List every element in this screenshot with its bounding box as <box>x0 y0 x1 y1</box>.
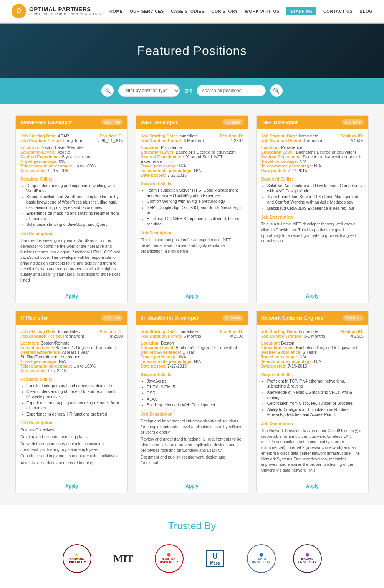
travel-label: Travel percentage: <box>141 354 178 359</box>
skills-list: Proficient in TCP/IP v4 ethernet network… <box>261 379 364 417</box>
nav-blog[interactable]: BLOG <box>359 9 372 13</box>
search-left-icon[interactable]: 🔍 <box>101 84 114 97</box>
skill-item: Team Foundation Server (TFS) Code Manage… <box>267 194 364 205</box>
skill-item: Certification from Cisco, HP, Juniper or… <box>267 401 364 406</box>
telecommute-label: Telecommute percentage: <box>141 168 193 173</box>
telecommute-label: Telecommute percentage: <box>20 164 73 168</box>
or-label: OR <box>184 88 192 94</box>
start-value: Immediate <box>178 329 198 334</box>
nav-our-story[interactable]: OUR STORY <box>211 9 238 13</box>
experience-value: 1 Year <box>182 350 194 354</box>
card-footer: Apply <box>16 479 127 493</box>
nav-staffing[interactable]: STAFFING <box>286 7 316 15</box>
start-value: Immediate <box>178 134 198 138</box>
nav-contact-us[interactable]: CONTACT US <box>323 9 353 13</box>
travel-value: N/A <box>300 159 306 164</box>
skill-item: JavaScript <box>147 379 243 384</box>
position-id-label: Position ID: <box>220 134 243 138</box>
apply-link[interactable]: Apply <box>185 293 198 299</box>
search-button[interactable]: 🔍 <box>270 84 283 97</box>
apply-link[interactable]: Apply <box>306 293 319 299</box>
card-body: Job Starting Date: Immediate Job Duratio… <box>257 325 368 479</box>
skills-label: Required Skills: <box>141 372 243 377</box>
location-value: Boston <box>281 341 294 345</box>
date-value: 12-15-2015 <box>47 168 69 173</box>
position-id-label: Position ID: <box>340 329 364 334</box>
nav-services[interactable]: OUR SERVICES <box>130 9 164 13</box>
skills-label: Required Skills: <box>261 177 364 181</box>
job-card: WordPress Developer Full Time Job Starti… <box>15 115 128 303</box>
travel-value: 0% <box>59 159 65 164</box>
duration-value: 3-6 Months <box>304 334 325 338</box>
experience-value: 5 years or more <box>62 154 92 159</box>
job-description: Primary Objectives:Develop and execute r… <box>20 427 123 465</box>
duration-value: Permanent <box>304 138 325 143</box>
nav-work-with-us[interactable]: WORK WITH US <box>245 9 279 13</box>
apply-link[interactable]: Apply <box>65 484 78 489</box>
location-label: Location: <box>141 145 160 150</box>
card-body: Job Starting Date: Immediately Job Durat… <box>16 325 127 479</box>
education-value: Bachelor's Degree Or Equivalent <box>175 345 237 350</box>
start-value: Immediate <box>298 329 318 334</box>
desc-label: Job Description <box>261 421 364 426</box>
apply-link[interactable]: Apply <box>65 293 78 299</box>
experience-label: Desired Experience: <box>20 350 61 354</box>
job-type: Contract <box>343 315 364 321</box>
telecommute-value: N/A <box>314 164 321 168</box>
logo-bu: 🔴BOSTONUNIVERSITY <box>154 543 184 574</box>
location-value: Providence <box>281 145 302 150</box>
education-label: Education Level: <box>20 150 54 154</box>
position-id-label: Position ID: <box>99 329 123 334</box>
location-value: Boston <box>161 341 174 345</box>
position-id-label: Position ID: <box>220 329 243 334</box>
skill-item: Blackbaud CRM/BBIS Experience is desired… <box>147 216 243 227</box>
education-label: Education Level: <box>261 150 295 154</box>
job-title: IT Recruiter <box>20 315 48 321</box>
education-value: Bachelor's Degree Or Equivalent <box>296 345 358 350</box>
experience-label: Desired Experience: <box>20 154 61 159</box>
nav-case-studies[interactable]: CASE STUDIES <box>171 9 204 13</box>
skill-item: Strong knowledge of WordPress template h… <box>26 194 123 210</box>
skill-item: Solid Net Architecture and Development C… <box>267 183 364 194</box>
education-label: Education Level: <box>20 345 54 350</box>
job-title: .NET Developer <box>141 119 177 125</box>
card-footer: Apply <box>257 479 368 493</box>
start-label: Job Starting Date: <box>261 329 298 334</box>
travel-value: N/A <box>300 354 306 359</box>
location-label: Location: <box>261 145 280 150</box>
logo-tufts: 🔵TUFTSUNIVERSITY <box>246 543 276 574</box>
desc-label: Job Description <box>141 412 243 416</box>
date-label: Date posted: <box>141 173 166 177</box>
location-value: Providence <box>161 145 182 150</box>
skill-item: Solid experience in Web Development <box>147 402 243 408</box>
experience-label: Desired Experience: <box>261 350 302 354</box>
position-id: # 2508 <box>110 334 123 338</box>
position-id: # 2507 <box>230 138 243 143</box>
start-label: Job Starting Date: <box>141 329 177 334</box>
jobs-section: WordPress Developer Full Time Job Starti… <box>0 104 384 505</box>
experience-label: Desired Experience: <box>141 154 181 159</box>
job-title: Jr. JavaScript Developer <box>141 315 199 321</box>
job-card: IT Recruiter Full Time Job Starting Date… <box>15 311 128 493</box>
header: O OPTIMAL PARTNERS IT PROJECTS FOR HIGHE… <box>0 0 384 23</box>
search-input[interactable] <box>197 85 266 96</box>
apply-link[interactable]: Apply <box>306 484 319 489</box>
logo-umass: U Mass <box>200 543 230 574</box>
skills-label: Required Skills: <box>141 181 243 186</box>
card-body: Job Starting Date: Immediate Job Duratio… <box>257 129 368 289</box>
jobs-grid: WordPress Developer Full Time Job Starti… <box>15 115 369 493</box>
education-label: Education Level: <box>141 345 174 350</box>
education-label: Education Level: <box>141 150 174 154</box>
job-type: Full Time <box>101 315 123 321</box>
apply-link[interactable]: Apply <box>185 484 198 489</box>
desc-label: Job Description <box>261 215 364 219</box>
education-value: Flexible <box>55 150 70 154</box>
travel-value: N/A <box>179 354 186 359</box>
nav-home[interactable]: HOME <box>109 9 123 13</box>
skill-item: Team Foundation Server (TFS) Code Manage… <box>147 188 243 198</box>
filter-select[interactable]: filter by position type Full Time Contra… <box>118 84 180 97</box>
skill-item: Ability to Configure and Troubleshoot Ro… <box>267 407 364 417</box>
start-label: Job Starting Date: <box>20 329 57 334</box>
position-id-label: Position ID: <box>99 134 123 138</box>
start-label: Job Starting Date: <box>20 134 57 138</box>
